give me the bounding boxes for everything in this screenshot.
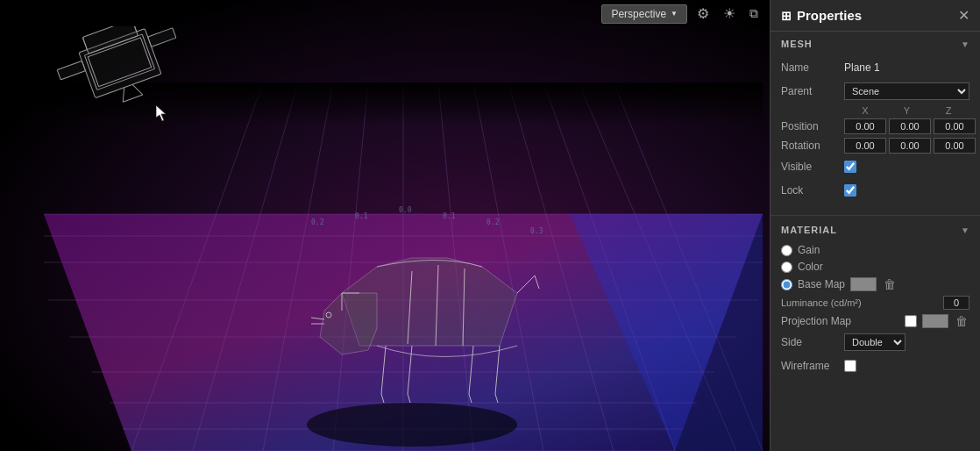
side-select[interactable]: Single Double Both: [844, 333, 905, 351]
wireframe-label: Wireframe: [781, 360, 844, 372]
mini-viewport-object: [9, 26, 184, 158]
z-axis-label: Z: [927, 105, 969, 116]
visible-row: Visible: [781, 157, 969, 176]
svg-text:0.1: 0.1: [443, 212, 456, 220]
properties-icon: ⊞: [781, 9, 792, 23]
visible-checkbox[interactable]: [844, 161, 856, 173]
name-label: Name: [781, 61, 844, 74]
settings-button[interactable]: ⚙: [692, 4, 714, 24]
svg-rect-54: [57, 61, 85, 80]
color-label: Color: [798, 261, 823, 273]
svg-line-59: [132, 82, 143, 97]
luminance-label: Luminance (cd/m²): [781, 297, 938, 308]
lock-checkbox[interactable]: [844, 184, 856, 197]
dropdown-arrow-icon: ▼: [671, 10, 678, 18]
perspective-button[interactable]: Perspective ▼: [601, 4, 687, 24]
layers-icon: ⧉: [749, 6, 758, 21]
mesh-section-content: Name Plane 1 Parent Scene X Y Z Position…: [771, 54, 980, 213]
projection-map-row: Projection Map 🗑: [781, 314, 969, 328]
rotation-row: Rotation: [781, 138, 969, 154]
lock-row: Lock: [781, 181, 969, 200]
gain-radio[interactable]: [781, 245, 792, 256]
viewport[interactable]: 0.0 0.1 0.2 0.3 0.1 0.2: [0, 0, 770, 451]
position-x-input[interactable]: [844, 118, 886, 134]
panel-title-text: Properties: [797, 8, 862, 23]
xyz-header-row: X Y Z: [781, 105, 969, 116]
svg-line-58: [118, 88, 129, 102]
side-row: Side Single Double Both: [781, 333, 969, 352]
material-section-title: MATERIAL: [781, 225, 837, 235]
position-row: Position: [781, 118, 969, 134]
basemap-label: Base Map: [798, 278, 845, 290]
basemap-swatch[interactable]: [850, 277, 877, 291]
panel-title: ⊞ Properties: [781, 8, 862, 23]
properties-panel: ⊞ Properties ✕ MESH ▼ Name Plane 1 Paren…: [770, 0, 980, 451]
projection-delete-button[interactable]: 🗑: [954, 314, 969, 328]
basemap-row: Base Map 🗑: [781, 277, 969, 291]
parent-label: Parent: [781, 85, 844, 97]
rotation-y-input[interactable]: [889, 138, 931, 154]
position-z-input[interactable]: [934, 118, 976, 134]
position-label: Position: [781, 120, 844, 132]
projection-checkbox[interactable]: [905, 315, 917, 327]
lock-label: Lock: [781, 184, 844, 197]
mesh-collapse-icon: ▼: [961, 39, 969, 49]
position-y-input[interactable]: [889, 118, 931, 134]
color-radio[interactable]: [781, 261, 792, 273]
gain-row: Gain: [781, 244, 969, 256]
projection-label: Projection Map: [781, 315, 899, 327]
material-section-content: Gain Color Base Map 🗑 Luminance (cd/m²) …: [771, 240, 980, 389]
gain-label: Gain: [798, 244, 820, 256]
svg-text:0.2: 0.2: [486, 218, 500, 226]
panel-header: ⊞ Properties ✕: [771, 0, 980, 32]
rotation-x-input[interactable]: [844, 138, 886, 154]
gear-icon: ⚙: [697, 5, 709, 22]
luminance-row: Luminance (cd/m²): [781, 296, 969, 310]
layers-button[interactable]: ⧉: [745, 4, 763, 23]
material-collapse-icon: ▼: [961, 226, 969, 235]
visible-label: Visible: [781, 161, 844, 173]
projection-swatch[interactable]: [922, 314, 948, 328]
rotation-label: Rotation: [781, 140, 844, 152]
x-axis-label: X: [844, 105, 886, 116]
mesh-section-header[interactable]: MESH ▼: [771, 32, 980, 54]
y-axis-label: Y: [886, 105, 928, 116]
svg-text:0.2: 0.2: [311, 218, 324, 226]
wireframe-checkbox[interactable]: [844, 360, 856, 372]
color-row: Color: [781, 261, 969, 273]
mesh-section-title: MESH: [781, 39, 813, 49]
side-label: Side: [781, 336, 844, 348]
luminance-input[interactable]: [943, 296, 969, 310]
svg-text:0.3: 0.3: [530, 227, 543, 235]
sun-icon: ☀: [723, 5, 735, 22]
svg-rect-55: [148, 28, 176, 47]
sun-button[interactable]: ☀: [719, 4, 740, 24]
parent-property-row: Parent Scene: [781, 82, 969, 101]
svg-text:0.0: 0.0: [399, 206, 412, 214]
basemap-radio[interactable]: [781, 279, 792, 290]
material-section-header[interactable]: MATERIAL ▼: [771, 218, 980, 240]
svg-line-60: [123, 95, 143, 102]
name-property-row: Name Plane 1: [781, 58, 969, 77]
parent-select[interactable]: Scene: [844, 82, 969, 100]
svg-text:0.1: 0.1: [355, 212, 368, 220]
wireframe-row: Wireframe: [781, 356, 969, 376]
viewport-toolbar: Perspective ▼ ⚙ ☀ ⧉: [0, 0, 770, 27]
perspective-label: Perspective: [611, 8, 666, 20]
basemap-delete-button[interactable]: 🗑: [882, 277, 898, 291]
name-value: Plane 1: [844, 61, 969, 74]
rotation-z-input[interactable]: [934, 138, 976, 154]
panel-close-button[interactable]: ✕: [958, 7, 969, 24]
svg-point-22: [307, 403, 517, 447]
